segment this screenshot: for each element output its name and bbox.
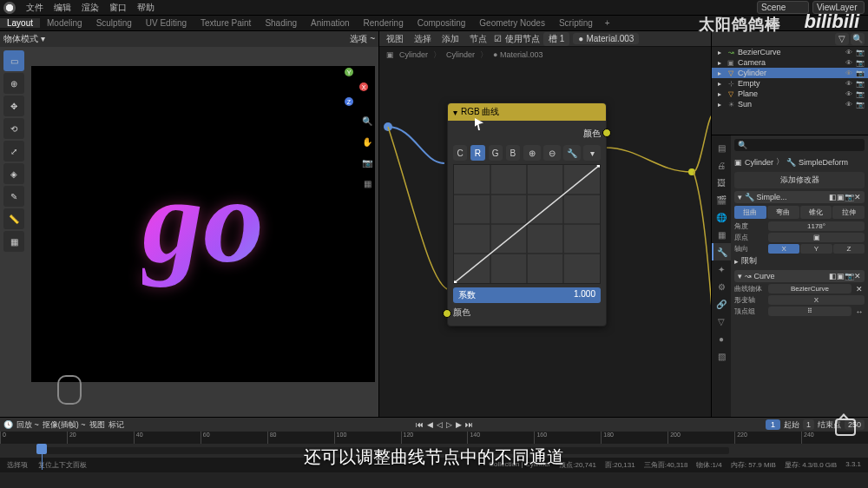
tab-sculpting[interactable]: Sculpting (89, 18, 139, 28)
tl-jump-start[interactable]: ⏮ (416, 420, 424, 429)
bc-mesh[interactable]: Cylinder (446, 50, 475, 59)
tab-animation[interactable]: Animation (304, 18, 356, 28)
ptab-material[interactable]: ● (712, 330, 731, 347)
persp-icon[interactable]: ▦ (359, 175, 375, 191)
tl-jump-end[interactable]: ⏭ (465, 420, 473, 429)
tools-icon[interactable]: 🔧 (563, 145, 581, 161)
filter-icon[interactable]: ▽ (835, 33, 849, 45)
tool-rotate[interactable]: ⟲ (3, 118, 24, 139)
node-node[interactable]: 节点 (466, 33, 490, 45)
pbc-obj[interactable]: Cylinder (745, 158, 773, 167)
tool-move[interactable]: ✥ (3, 96, 24, 116)
ptab-object[interactable]: ▦ (712, 226, 731, 243)
current-frame[interactable]: 1 (766, 419, 780, 430)
tab-add[interactable]: + (600, 18, 615, 28)
outliner-item[interactable]: ▸☀Sun👁📷 (712, 99, 868, 109)
outliner-item[interactable]: ▸↝BezierCurve👁📷 (712, 47, 868, 57)
mod-simpledeform-hdr[interactable]: ▾ 🔧 Simple... ◧▣📷✕ (734, 191, 865, 203)
ptab-constraint[interactable]: 🔗 (712, 295, 731, 313)
angle-field[interactable]: 1178° (768, 221, 865, 231)
tool-annotate[interactable]: ✎ (3, 186, 24, 207)
ptab-render[interactable]: ▤ (712, 139, 731, 156)
tab-texpaint[interactable]: Texture Paint (194, 18, 258, 28)
tab-modeling[interactable]: Modeling (40, 18, 89, 28)
tab-layout[interactable]: Layout (0, 18, 40, 28)
viewport-canvas[interactable]: ▭ ⊕ ✥ ⟲ ⤢ ◈ ✎ 📏 ▦ go XYZ 🔍 ✋ 📷 ▦ (0, 47, 378, 417)
node-select[interactable]: 选择 (411, 33, 435, 45)
bc-obj[interactable]: Cylinder (399, 50, 428, 59)
node-add[interactable]: 添加 (438, 33, 463, 45)
ptab-scene[interactable]: 🎬 (712, 191, 731, 208)
nav-gizmo[interactable]: XYZ (330, 68, 368, 106)
axis-y[interactable]: Y (800, 244, 832, 254)
zoom-out-icon[interactable]: ⊖ (543, 145, 561, 161)
tool-select[interactable]: ▭ (3, 50, 24, 71)
limit-expand[interactable]: ▸ 限制 (734, 255, 865, 267)
deform-taper[interactable]: 锥化 (800, 206, 832, 219)
deform-bend[interactable]: 弯曲 (767, 206, 799, 219)
tool-transform[interactable]: ◈ (3, 163, 24, 184)
tl-icon[interactable]: 🕓 (3, 420, 13, 429)
node-view[interactable]: 视图 (383, 33, 407, 45)
ptab-data[interactable]: ▽ (712, 313, 731, 330)
socket-out-color[interactable]: 颜色 (453, 126, 601, 142)
channel-c[interactable]: C (453, 145, 467, 161)
tl-playback[interactable]: 回放 ~ (16, 419, 39, 431)
camera-icon[interactable]: 📷 (359, 155, 375, 170)
pan-icon[interactable]: ✋ (359, 134, 375, 149)
node-canvas[interactable]: ▾ RGB 曲线 颜色 C R G B ⊕ ⊖ 🔧 ▾ (379, 63, 711, 417)
origin-field[interactable]: ▣ (768, 233, 865, 242)
ptab-output[interactable]: 🖨 (712, 156, 731, 174)
slot-dropdown[interactable]: 槽 1 (543, 32, 569, 46)
menu-file[interactable]: 文件 (21, 2, 49, 14)
tool-measure[interactable]: 📏 (3, 208, 24, 229)
zoom-icon[interactable]: 🔍 (359, 113, 375, 129)
tool-scale[interactable]: ⤢ (3, 141, 24, 162)
menu-window[interactable]: 窗口 (104, 2, 132, 14)
curve-widget[interactable] (453, 164, 601, 284)
ptab-world[interactable]: 🌐 (712, 208, 731, 226)
zoom-in-icon[interactable]: ⊕ (523, 145, 541, 161)
tl-play-rev[interactable]: ◁ (437, 420, 443, 429)
factor-slider[interactable]: 系数 1.000 (453, 287, 601, 303)
options-dropdown[interactable]: 选项 ~ (350, 33, 375, 45)
mod-curve-hdr[interactable]: ▾ ↝ Curve ◧▣📷✕ (734, 270, 865, 282)
add-modifier-btn[interactable]: 添加修改器 (734, 172, 865, 188)
dropdown-icon[interactable]: ▾ (583, 145, 601, 161)
menu-render[interactable]: 渲染 (76, 2, 104, 14)
channel-g[interactable]: G (489, 145, 503, 161)
ptab-physics[interactable]: ⚙ (712, 278, 731, 295)
menu-help[interactable]: 帮助 (132, 2, 160, 14)
timeline-ruler[interactable]: 020406080100120140160180200220240 (0, 432, 868, 444)
outliner-item[interactable]: ▸▽Cylinder👁📷 (712, 68, 868, 78)
ptab-texture[interactable]: ▧ (712, 347, 731, 365)
deform-stretch[interactable]: 拉伸 (832, 206, 865, 219)
tab-compositing[interactable]: Compositing (411, 18, 473, 28)
pbc-mod[interactable]: SimpleDeform (799, 158, 848, 167)
tab-uv[interactable]: UV Editing (139, 18, 194, 28)
tl-marker[interactable]: 标记 (108, 419, 124, 431)
bc-mat[interactable]: ● Material.003 (493, 50, 542, 59)
start-frame[interactable]: 1 (803, 419, 814, 430)
mode-dropdown[interactable]: 物体模式 ▾ (3, 33, 45, 45)
tl-view[interactable]: 视图 (89, 419, 105, 431)
prop-search[interactable]: 🔍 (734, 139, 865, 151)
menu-edit[interactable]: 编辑 (49, 2, 76, 14)
use-nodes-check[interactable]: ☑ (494, 34, 502, 43)
tool-cursor[interactable]: ⊕ (3, 73, 24, 94)
vg-field[interactable]: ⠿ (768, 307, 852, 316)
ptab-particle[interactable]: ✦ (712, 260, 731, 278)
deform-axis-field[interactable]: X (768, 295, 865, 305)
outliner-item[interactable]: ▸▽Plane👁📷 (712, 89, 868, 99)
rgb-curves-node[interactable]: ▾ RGB 曲线 颜色 C R G B ⊕ ⊖ 🔧 ▾ (447, 102, 607, 326)
channel-b[interactable]: B (506, 145, 520, 161)
scene-selector[interactable]: Scene (757, 1, 809, 14)
tab-shading[interactable]: Shading (258, 18, 304, 28)
playhead[interactable] (42, 444, 43, 470)
outliner-item[interactable]: ▸⊹Empty👁📷 (712, 78, 868, 89)
tool-add[interactable]: ▦ (3, 231, 24, 252)
tl-play[interactable]: ▷ (446, 420, 452, 429)
tl-keying[interactable]: 抠像(插帧) ~ (43, 419, 86, 431)
search-icon[interactable]: 🔍 (851, 33, 865, 45)
outliner-item[interactable]: ▸▣Camera👁📷 (712, 57, 868, 68)
